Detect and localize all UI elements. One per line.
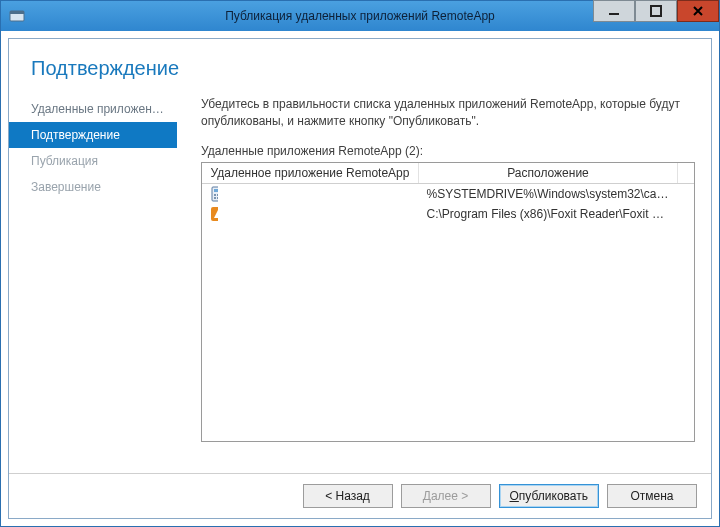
foxit-icon (210, 206, 218, 222)
titlebar: Публикация удаленных приложений RemoteAp… (1, 1, 719, 31)
step-completion: Завершение (9, 174, 177, 200)
svg-rect-2 (609, 13, 619, 15)
svg-rect-3 (651, 6, 661, 16)
body: Удаленные приложения... Подтверждение Пу… (9, 90, 711, 473)
wizard-window: Публикация удаленных приложений RemoteAp… (0, 0, 720, 527)
svg-rect-7 (217, 194, 218, 196)
page-heading: Подтверждение (9, 39, 711, 90)
step-confirmation[interactable]: Подтверждение (9, 122, 177, 148)
svg-rect-5 (214, 189, 218, 192)
maximize-button[interactable] (635, 0, 677, 22)
minimize-button[interactable] (593, 0, 635, 22)
svg-rect-9 (214, 197, 216, 199)
cancel-button[interactable]: Отмена (607, 484, 697, 508)
window-buttons (593, 1, 719, 31)
col-header-app[interactable]: Удаленное приложение RemoteApp (202, 163, 418, 184)
publish-label: публиковать (519, 489, 588, 503)
list-caption: Удаленные приложения RemoteApp (2): (201, 144, 695, 158)
table-row[interactable]: Калькулятор %SYSTEMDRIVE%\Windows\system… (202, 183, 694, 204)
col-header-location[interactable]: Расположение (418, 163, 677, 184)
col-header-spacer (678, 163, 695, 184)
instruction-text: Убедитесь в правильности списка удаленны… (201, 96, 695, 130)
table-row[interactable]: Foxit Reader C:\Program Files (x86)\Foxi… (202, 204, 694, 224)
main-panel: Убедитесь в правильности списка удаленны… (177, 90, 695, 473)
app-location: C:\Program Files (x86)\Foxit Reader\Foxi… (418, 204, 677, 224)
close-button[interactable] (677, 0, 719, 22)
step-list: Удаленные приложения... Подтверждение Пу… (9, 90, 177, 473)
publish-button[interactable]: Опубликовать (499, 484, 599, 508)
svg-rect-10 (217, 197, 218, 199)
svg-rect-6 (214, 194, 216, 196)
publish-accel: О (510, 489, 519, 503)
back-button[interactable]: < Назад (303, 484, 393, 508)
next-button: Далее > (401, 484, 491, 508)
app-icon (7, 6, 27, 26)
step-remote-apps[interactable]: Удаленные приложения... (9, 96, 177, 122)
step-publication: Публикация (9, 148, 177, 174)
app-table: Удаленное приложение RemoteApp Расположе… (201, 162, 695, 442)
app-location: %SYSTEMDRIVE%\Windows\system32\calc.exe (418, 183, 677, 204)
content-frame: Подтверждение Удаленные приложения... По… (8, 38, 712, 519)
button-bar: < Назад Далее > Опубликовать Отмена (9, 473, 711, 518)
svg-rect-1 (10, 11, 24, 14)
calculator-icon (210, 186, 218, 202)
